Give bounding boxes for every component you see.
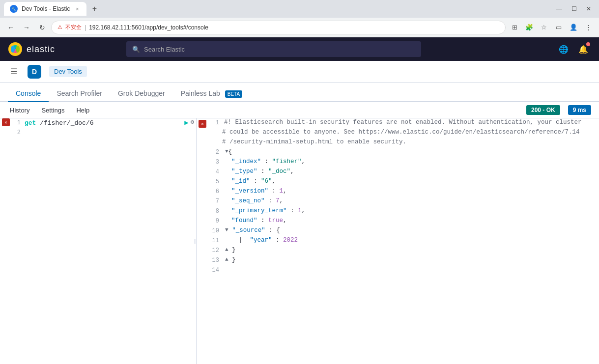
fold-marker-13[interactable]: ▲ (225, 256, 228, 262)
forward-button[interactable]: → (20, 21, 33, 34)
output-type: "_type" : "_doc", (224, 168, 597, 175)
output-source-close: } (228, 247, 597, 253)
elastic-logo: elastic (8, 42, 55, 56)
output-line-6: 6 "_version" : 1, (197, 187, 599, 197)
window-close-button[interactable]: ✕ (582, 4, 595, 14)
output-line-10: 10 ▼ "_source" : { (197, 226, 599, 236)
app-label[interactable]: Dev Tools (49, 66, 87, 77)
editor-panel[interactable]: ✕ 1 get /fisher/_doc/6 ▶ ⚙ 2 ‖ (0, 118, 197, 364)
http-method: get (25, 119, 36, 127)
output-line-11: 11 | "year" : 2022 (197, 236, 599, 246)
output-line-comment-2: # could be accessible to anyone. See htt… (197, 128, 599, 138)
fold-marker-2[interactable]: ▼ (225, 148, 228, 154)
line-number-1: 1 (11, 118, 25, 126)
output-comment-3: # /security-minimal-setup.html to enable… (222, 139, 597, 145)
output-linenum-c3 (206, 139, 222, 139)
output-linenum-c2 (206, 129, 222, 129)
output-linenum-11: 11 (208, 237, 224, 244)
output-primary-term: "_primary_term" : 1, (224, 207, 597, 214)
back-button[interactable]: ← (4, 21, 18, 34)
output-line-7: 7 "_seq_no" : 7, (197, 197, 599, 207)
secondary-nav: ☰ D Dev Tools (0, 61, 599, 83)
browser-toolbar: ← → ↻ ⚠ 不安全 | 192.168.42.111:5601/app/de… (0, 18, 599, 37)
output-version: "_version" : 1, (224, 188, 597, 195)
output-panel: ✕ 1 #! Elasticsearch built-in security f… (197, 118, 599, 364)
output-brace-open: { (228, 148, 597, 155)
error-icon-line1: ✕ (2, 118, 10, 126)
output-linenum-7: 7 (208, 197, 224, 205)
output-linenum-6: 6 (208, 188, 224, 195)
output-line-2: 2 ▼ { (197, 148, 599, 158)
output-source-open: "_source" : { (228, 227, 597, 234)
browser-tab[interactable]: 🔧 Dev Tools - Elastic × (4, 2, 86, 16)
notifications-button[interactable]: 🔔 (575, 41, 591, 57)
output-found: "found" : true, (224, 217, 597, 224)
reading-mode-button[interactable]: ▭ (552, 21, 566, 34)
output-linenum-8: 8 (208, 207, 224, 215)
globe-icon-button[interactable]: 🌐 (556, 41, 571, 57)
output-seq-no: "_seq_no" : 7, (224, 197, 597, 204)
output-linenum-2: 2 (208, 148, 224, 156)
output-linenum-12: 12 (208, 247, 224, 254)
nav-right: 🌐 🔔 (556, 41, 591, 57)
bookmark-button[interactable]: ☆ (537, 21, 551, 34)
output-linenum-3: 3 (208, 158, 224, 166)
output-line-1: ✕ 1 #! Elasticsearch built-in security f… (197, 118, 599, 128)
translate-button[interactable]: ⊞ (508, 21, 521, 34)
output-line-3: 3 "_index" : "fisher", (197, 158, 599, 168)
fold-marker-12[interactable]: ▲ (225, 247, 228, 252)
help-button[interactable]: Help (74, 106, 91, 115)
profile-button[interactable]: 👤 (567, 21, 580, 34)
output-line-14: 14 (197, 266, 599, 276)
app-badge: D (28, 65, 41, 79)
tab-close-button[interactable]: × (74, 5, 81, 12)
console-main: ✕ 1 get /fisher/_doc/6 ▶ ⚙ 2 ‖ (0, 118, 599, 364)
output-linenum-4: 4 (208, 168, 224, 175)
run-button[interactable]: ▶ (184, 118, 188, 127)
line-actions-1: ▶ ⚙ (184, 118, 194, 127)
extensions-button[interactable]: 🧩 (522, 21, 536, 34)
time-badge: 9 ms (568, 105, 591, 115)
elastic-logo-text: elastic (27, 44, 55, 55)
history-button[interactable]: History (8, 106, 31, 115)
svg-point-4 (16, 46, 20, 53)
reload-button[interactable]: ↻ (35, 21, 49, 34)
menu-button[interactable]: ⋮ (581, 21, 595, 34)
tab-console[interactable]: Console (8, 85, 49, 102)
window-minimize-button[interactable]: — (553, 4, 566, 14)
output-linenum-14: 14 (208, 266, 224, 274)
search-icon: 🔍 (132, 46, 140, 53)
copy-button[interactable]: ⚙ (191, 118, 194, 127)
elastic-search-bar[interactable]: 🔍 Search Elastic (126, 41, 421, 57)
window-controls: — ☐ ✕ (553, 4, 595, 14)
new-tab-button[interactable]: + (88, 3, 100, 15)
tab-painless-lab[interactable]: Painless Lab BETA (173, 85, 250, 102)
elastic-logo-icon (8, 42, 23, 56)
output-linenum-10: 10 (208, 227, 224, 234)
output-line-5: 5 "_id" : "6", (197, 177, 599, 187)
panel-divider[interactable]: ‖ (194, 118, 196, 364)
search-bar-placeholder: Search Elastic (144, 46, 415, 53)
address-bar[interactable]: ⚠ 不安全 | 192.168.42.111:5601/app/dev_tool… (51, 21, 506, 34)
browser-frame: 🔧 Dev Tools - Elastic × + — ☐ ✕ ← → ↻ ⚠ … (0, 0, 599, 364)
tab-title: Dev Tools - Elastic (22, 5, 70, 12)
security-label: 不安全 (65, 24, 82, 31)
output-year: | "year" : 2022 (224, 237, 597, 244)
toolbar-actions: ⊞ 🧩 ☆ ▭ 👤 ⋮ (508, 21, 595, 34)
output-error-close[interactable]: ✕ (199, 120, 206, 128)
output-line-comment-3: # /security-minimal-setup.html to enable… (197, 138, 599, 148)
settings-button[interactable]: Settings (39, 106, 66, 115)
hamburger-button[interactable]: ☰ (8, 66, 20, 78)
output-linenum-1: 1 (208, 119, 224, 126)
window-maximize-button[interactable]: ☐ (568, 4, 580, 14)
top-nav: elastic 🔍 Search Elastic 🌐 🔔 (0, 37, 599, 61)
output-line-4: 4 "_type" : "_doc", (197, 168, 599, 177)
browser-titlebar: 🔧 Dev Tools - Elastic × + — ☐ ✕ (0, 0, 599, 18)
output-root-close: } (228, 256, 597, 263)
line-number-2: 2 (11, 128, 25, 136)
tab-grok-debugger[interactable]: Grok Debugger (110, 85, 173, 102)
tabs-bar: Console Search Profiler Grok Debugger Pa… (0, 83, 599, 102)
output-id: "_id" : "6", (224, 178, 597, 185)
fold-marker-10[interactable]: ▼ (225, 227, 228, 233)
tab-search-profiler[interactable]: Search Profiler (49, 85, 110, 102)
